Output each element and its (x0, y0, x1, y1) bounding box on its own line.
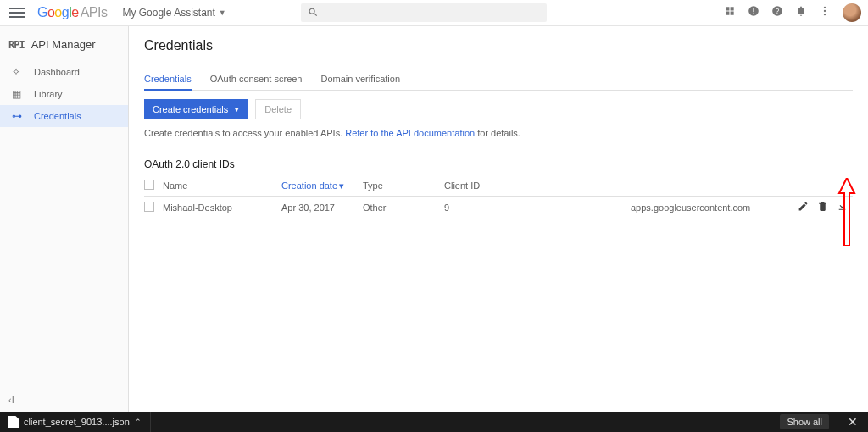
download-icon[interactable] (837, 201, 848, 214)
file-icon (8, 416, 19, 428)
notifications-icon[interactable] (795, 5, 807, 19)
svg-point-6 (824, 10, 826, 12)
dashboard-icon: ✧ (12, 66, 27, 78)
sidebar-title: RPI API Manager (0, 38, 128, 61)
caret-down-icon: ▼ (219, 8, 226, 17)
tab-domain-verification[interactable]: Domain verification (320, 74, 400, 90)
search-container (301, 3, 547, 22)
toolbar: Create credentials ▼ Delete (144, 99, 853, 119)
sidebar-item-dashboard[interactable]: ✧ Dashboard (0, 61, 128, 83)
api-badge-icon: RPI (8, 39, 25, 51)
avatar[interactable] (843, 3, 861, 22)
cell-client-id-short: 9 (444, 202, 631, 213)
api-doc-link[interactable]: Refer to the API documentation (345, 128, 475, 138)
library-icon: ▦ (12, 88, 27, 100)
helper-text: Create credentials to access your enable… (144, 128, 853, 138)
col-client-id[interactable]: Client ID (444, 180, 631, 191)
delete-icon[interactable] (817, 201, 828, 214)
collapse-sidebar-icon[interactable]: ‹I (8, 395, 14, 405)
google-apis-logo[interactable]: GoogleAPIs (37, 5, 107, 20)
create-credentials-button[interactable]: Create credentials ▼ (144, 99, 248, 119)
delete-button[interactable]: Delete (255, 99, 301, 119)
col-creation-date[interactable]: Creation date ▾ (281, 180, 363, 191)
svg-rect-2 (753, 13, 754, 14)
chevron-up-icon: ⌃ (135, 418, 142, 426)
key-icon: ⊶ (12, 110, 27, 122)
sidebar-item-library[interactable]: ▦ Library (0, 83, 128, 105)
menu-icon[interactable] (7, 3, 27, 23)
show-all-button[interactable]: Show all (780, 414, 829, 429)
svg-point-5 (824, 7, 826, 8)
svg-point-7 (824, 14, 826, 15)
tab-credentials[interactable]: Credentials (144, 74, 192, 91)
cell-name[interactable]: Mishaal-Desktop (163, 202, 281, 213)
sidebar-item-label: Credentials (34, 111, 81, 121)
tab-oauth-consent[interactable]: OAuth consent screen (210, 74, 303, 90)
more-icon[interactable] (819, 5, 831, 19)
project-selector[interactable]: My Google Assistant ▼ (122, 7, 225, 19)
cell-type: Other (363, 202, 444, 213)
caret-down-icon: ▼ (233, 106, 240, 114)
col-type[interactable]: Type (363, 180, 444, 191)
sidebar-item-label: Dashboard (34, 67, 80, 77)
download-bar: client_secret_9013....json ⌃ Show all ✕ (0, 412, 868, 432)
top-icons: ? (724, 3, 861, 22)
search-icon (308, 7, 319, 20)
cell-creation: Apr 30, 2017 (281, 202, 363, 213)
gift-icon[interactable] (724, 5, 736, 19)
sort-desc-icon: ▾ (339, 180, 344, 191)
sidebar-item-credentials[interactable]: ⊶ Credentials (0, 105, 128, 127)
top-bar: GoogleAPIs My Google Assistant ▼ ? (0, 0, 868, 25)
content: Credentials Credentials OAuth consent sc… (129, 26, 868, 412)
select-all-checkbox[interactable] (144, 180, 154, 190)
download-item[interactable]: client_secret_9013....json ⌃ (0, 412, 151, 432)
page-title: Credentials (144, 38, 853, 53)
row-actions (793, 201, 853, 214)
edit-icon[interactable] (798, 201, 809, 214)
table-row: Mishaal-Desktop Apr 30, 2017 Other 9 app… (144, 197, 853, 219)
download-filename: client_secret_9013....json (24, 417, 130, 427)
svg-text:?: ? (776, 8, 780, 15)
section-heading: OAuth 2.0 client IDs (144, 158, 853, 170)
row-checkbox[interactable] (144, 202, 154, 212)
project-name: My Google Assistant (122, 7, 214, 19)
sidebar-item-label: Library (34, 89, 63, 99)
alert-icon[interactable] (748, 5, 760, 19)
svg-rect-1 (753, 8, 754, 13)
credentials-table: Name Creation date ▾ Type Client ID Mish… (144, 175, 853, 219)
cell-client-id-domain: apps.googleusercontent.com (631, 202, 793, 213)
close-download-bar-icon[interactable]: ✕ (837, 415, 868, 429)
table-header: Name Creation date ▾ Type Client ID (144, 175, 853, 197)
sidebar: RPI API Manager ✧ Dashboard ▦ Library ⊶ … (0, 26, 129, 412)
col-name[interactable]: Name (163, 180, 281, 191)
help-icon[interactable]: ? (771, 5, 783, 19)
tabs: Credentials OAuth consent screen Domain … (144, 74, 853, 91)
search-input[interactable] (301, 3, 547, 22)
main: RPI API Manager ✧ Dashboard ▦ Library ⊶ … (0, 25, 868, 412)
